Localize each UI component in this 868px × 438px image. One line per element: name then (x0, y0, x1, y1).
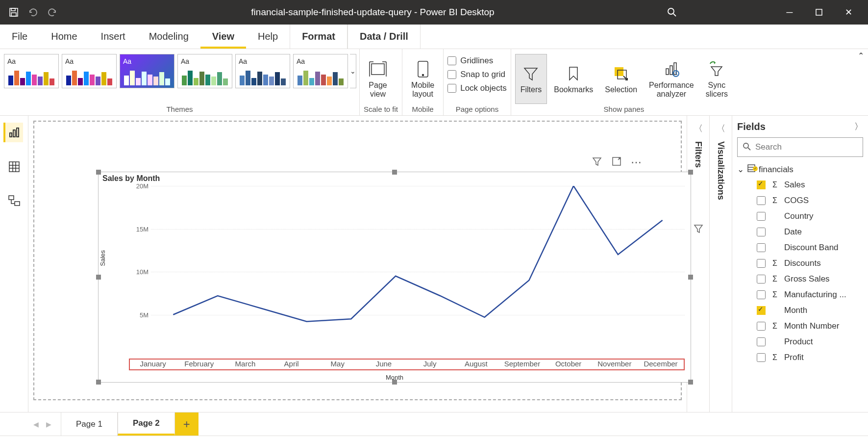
x-tick-label: March (222, 360, 268, 369)
selection-pane-button[interactable]: Selection (600, 54, 642, 104)
svg-rect-1 (11, 8, 15, 11)
redo-icon[interactable] (47, 7, 58, 17)
field-profit[interactable]: Σ Profit (737, 350, 863, 365)
focus-mode-icon[interactable] (611, 156, 622, 170)
performance-analyzer-button[interactable]: Performance analyzer (644, 54, 699, 104)
theme-thumb-1[interactable]: Aa (62, 54, 117, 88)
gridlines-checkbox[interactable]: Gridlines (447, 56, 507, 66)
search-input[interactable] (755, 142, 859, 152)
field-manufacturing-[interactable]: Σ Manufacturing ... (737, 287, 863, 303)
report-canvas[interactable]: ⋯ Sales by Month Sales Month 5M10M15M20M (28, 116, 687, 412)
fields-search[interactable] (737, 137, 863, 157)
field-checkbox[interactable] (757, 290, 766, 299)
minimize-button[interactable]: ─ (775, 0, 804, 25)
chevron-left-icon[interactable]: 〈 (694, 123, 703, 134)
theme-thumb-2[interactable]: Aa (120, 54, 174, 88)
page-tabs-bar: ◀ ▶ Page 1 Page 2 + (0, 412, 868, 436)
field-product[interactable]: Product (737, 334, 863, 350)
field-sales[interactable]: Σ Sales (737, 177, 863, 193)
field-month-number[interactable]: Σ Month Number (737, 318, 863, 334)
more-options-icon[interactable]: ⋯ (631, 156, 642, 170)
theme-thumb-4[interactable]: Aa (235, 54, 290, 88)
field-checkbox[interactable] (757, 306, 766, 315)
menu-format[interactable]: Format (290, 25, 347, 49)
maximize-button[interactable] (804, 0, 834, 25)
funnel-icon (522, 64, 539, 83)
field-checkbox[interactable] (757, 337, 766, 346)
tab-page-2[interactable]: Page 2 (118, 412, 175, 436)
field-checkbox[interactable] (757, 243, 766, 252)
field-list: Σ Sales Σ COGS Country Date Discount Ban… (737, 177, 863, 365)
add-page-button[interactable]: + (175, 412, 198, 436)
resize-handle[interactable] (96, 170, 101, 175)
resize-handle[interactable] (96, 380, 101, 385)
menu-help[interactable]: Help (246, 25, 290, 49)
sigma-icon: Σ (770, 290, 779, 299)
tab-nav-prev[interactable]: ◀ (29, 412, 42, 436)
resize-handle[interactable] (96, 275, 101, 280)
field-checkbox[interactable] (757, 322, 766, 331)
resize-handle[interactable] (688, 170, 693, 175)
field-checkbox[interactable] (757, 353, 766, 362)
tab-nav-next[interactable]: ▶ (42, 412, 55, 436)
undo-icon[interactable] (27, 7, 38, 17)
field-checkbox[interactable] (757, 228, 766, 236)
page-view-button[interactable]: Page view (364, 54, 392, 104)
bookmarks-pane-button[interactable]: Bookmarks (549, 54, 598, 104)
theme-thumb-5[interactable]: Aa (293, 54, 348, 88)
x-tick-label: January (130, 360, 176, 369)
chevron-right-icon[interactable]: 〉 (854, 121, 863, 132)
svg-rect-28 (15, 202, 20, 206)
snap-to-grid-checkbox[interactable]: Snap to grid (447, 70, 507, 79)
field-checkbox[interactable] (757, 196, 766, 205)
sigma-icon: Σ (770, 196, 779, 205)
field-month[interactable]: Month (737, 303, 863, 318)
menu-file[interactable]: File (0, 25, 39, 49)
menu-modeling[interactable]: Modeling (137, 25, 200, 49)
search-icon[interactable] (667, 7, 677, 17)
sync-slicers-button[interactable]: Sync slicers (701, 54, 733, 104)
chevron-left-icon[interactable]: 〈 (717, 123, 725, 134)
field-checkbox[interactable] (757, 275, 766, 283)
lock-objects-checkbox[interactable]: Lock objects (447, 83, 507, 93)
y-tick: 10M (129, 268, 149, 276)
sigma-icon: Σ (770, 180, 779, 189)
menu-bar: File Home Insert Modeling View Help Form… (0, 25, 868, 49)
resize-handle[interactable] (688, 275, 693, 280)
line-chart-visual[interactable]: Sales by Month Sales Month 5M10M15M20M J… (98, 172, 691, 383)
svg-rect-6 (372, 64, 384, 75)
save-icon[interactable] (9, 7, 19, 17)
field-discount-band[interactable]: Discount Band (737, 240, 863, 256)
field-discounts[interactable]: Σ Discounts (737, 256, 863, 271)
menu-view[interactable]: View (200, 25, 246, 49)
menu-insert[interactable]: Insert (89, 25, 137, 49)
field-country[interactable]: Country (737, 208, 863, 224)
themes-dropdown[interactable]: ⌄ (350, 54, 356, 88)
menu-data-drill[interactable]: Data / Drill (347, 25, 421, 49)
tab-page-1[interactable]: Page 1 (61, 412, 118, 436)
left-nav-rail (0, 116, 28, 412)
filter-applied-icon (693, 223, 704, 235)
field-cogs[interactable]: Σ COGS (737, 193, 863, 208)
resize-handle[interactable] (688, 380, 693, 385)
model-view-button[interactable] (4, 191, 24, 211)
resize-handle[interactable] (392, 170, 397, 175)
table-financials[interactable]: ⌄ ✓ financials (737, 162, 863, 177)
visual-filter-icon[interactable] (592, 156, 602, 170)
theme-thumb-3[interactable]: Aa (177, 54, 232, 88)
close-button[interactable]: ✕ (834, 0, 863, 25)
filters-pane-button[interactable]: Filters (515, 54, 547, 104)
field-checkbox[interactable] (757, 212, 766, 221)
visualizations-pane-collapsed[interactable]: 〈 Visualizations (709, 116, 732, 412)
data-view-button[interactable] (4, 157, 24, 177)
ribbon-collapse-icon[interactable]: ⌃ (858, 51, 864, 60)
mobile-layout-button[interactable]: Mobile layout (406, 54, 439, 104)
field-checkbox[interactable] (757, 259, 766, 268)
menu-home[interactable]: Home (39, 25, 89, 49)
sigma-icon: Σ (770, 322, 779, 331)
field-date[interactable]: Date (737, 224, 863, 240)
theme-thumb-0[interactable]: Aa (4, 54, 59, 88)
field-checkbox[interactable] (757, 180, 766, 189)
field-gross-sales[interactable]: Σ Gross Sales (737, 271, 863, 287)
report-view-button[interactable] (3, 123, 23, 142)
